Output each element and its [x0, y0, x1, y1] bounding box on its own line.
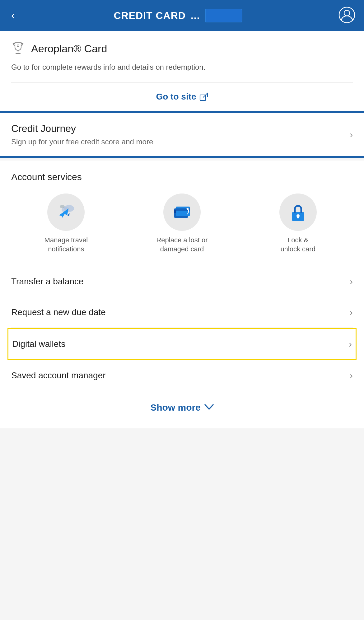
account-services-title: Account services — [11, 172, 353, 182]
transfer-balance-chevron-icon: › — [350, 276, 353, 287]
credit-journey-section[interactable]: Credit Journey Sign up for your free cre… — [0, 113, 364, 156]
service-list-item-new-due-date[interactable]: Request a new due date › — [11, 297, 353, 328]
show-more-button[interactable]: Show more — [11, 391, 353, 428]
aeroplan-card-name: Aeroplan® Card — [31, 43, 107, 55]
aeroplan-title-row: Aeroplan® Card — [11, 41, 353, 56]
saved-account-manager-chevron-icon: › — [350, 370, 353, 381]
go-to-site-label: Go to site — [156, 92, 196, 102]
lock-unlock-label: Lock &unlock card — [280, 236, 315, 254]
service-list-item-saved-account-manager[interactable]: Saved account manager › — [11, 360, 353, 391]
service-list-item-transfer-balance[interactable]: Transfer a balance › — [11, 266, 353, 297]
transfer-balance-label: Transfer a balance — [11, 277, 83, 287]
back-button[interactable]: ‹ — [9, 7, 17, 25]
app-header: ‹ CREDIT CARD ... — [0, 0, 364, 31]
account-services-list: Transfer a balance › Request a new due d… — [11, 266, 353, 391]
new-due-date-label: Request a new due date — [11, 307, 106, 317]
svg-point-6 — [60, 205, 65, 208]
credit-journey-content: Credit Journey Sign up for your free cre… — [11, 123, 153, 146]
header-title-ellipsis: ... — [191, 10, 200, 21]
service-list-item-digital-wallets[interactable]: Digital wallets › — [7, 328, 357, 360]
show-more-chevron-down-icon — [204, 403, 214, 413]
header-title: CREDIT CARD ... — [114, 9, 242, 22]
saved-account-manager-label: Saved account manager — [11, 371, 106, 380]
credit-journey-description: Sign up for your free credit score and m… — [11, 138, 153, 146]
trophy-icon — [11, 41, 25, 56]
header-redacted-block — [205, 9, 242, 22]
new-due-date-chevron-icon: › — [350, 307, 353, 318]
service-item-lock-unlock[interactable]: Lock &unlock card — [267, 193, 329, 254]
credit-journey-title: Credit Journey — [11, 123, 153, 134]
svg-point-1 — [344, 10, 350, 16]
lock-unlock-circle — [279, 193, 317, 231]
show-more-label: Show more — [150, 402, 201, 413]
credit-journey-chevron-icon: › — [350, 129, 353, 140]
digital-wallets-label: Digital wallets — [12, 339, 65, 349]
travel-notifications-circle — [47, 193, 85, 231]
svg-rect-14 — [297, 216, 299, 218]
user-profile-icon[interactable] — [338, 7, 355, 25]
aeroplan-section: Aeroplan® Card Go to for complete reward… — [0, 31, 364, 111]
digital-wallets-chevron-icon: › — [349, 339, 352, 349]
account-services-section: Account services Manage travelnotificati… — [0, 161, 364, 428]
account-services-icons-row: Manage travelnotifications Replace a los… — [11, 193, 353, 254]
header-title-text: CREDIT CARD — [114, 10, 185, 21]
go-to-site-link[interactable]: Go to site — [156, 92, 208, 102]
blue-separator-2 — [0, 156, 364, 158]
svg-point-2 — [17, 45, 19, 47]
replace-card-circle — [163, 193, 201, 231]
service-item-travel-notifications[interactable]: Manage travelnotifications — [35, 193, 97, 254]
replace-card-label: Replace a lost ordamaged card — [156, 236, 208, 254]
aeroplan-description: Go to for complete rewards info and deta… — [11, 62, 353, 73]
external-link-icon — [199, 92, 208, 101]
travel-notifications-label: Manage travelnotifications — [44, 236, 88, 254]
go-to-site-row: Go to site — [11, 82, 353, 111]
service-item-replace-card[interactable]: Replace a lost ordamaged card — [151, 193, 213, 254]
